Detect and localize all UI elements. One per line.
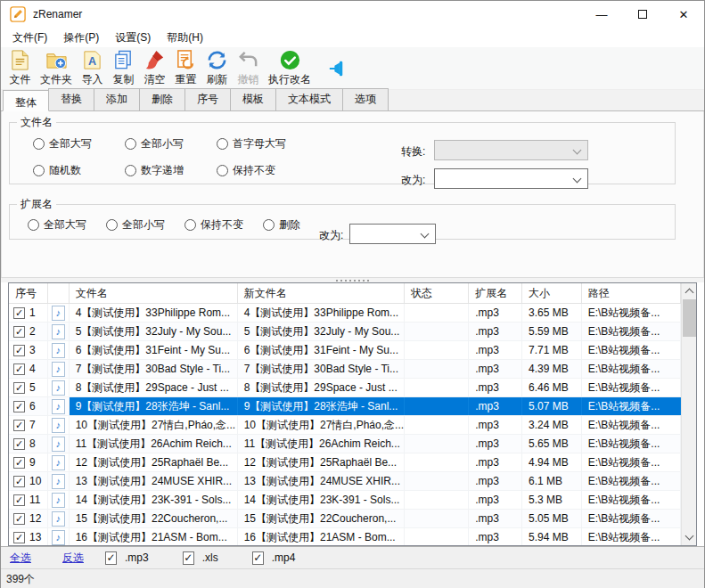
extension-radio-保持不变[interactable]: 保持不变 — [184, 217, 263, 233]
file-table: 序号文件名新文件名状态扩展名大小路径 ✓1♪4【测试使用】33Philippe … — [8, 282, 697, 546]
table-header-row: 序号文件名新文件名状态扩展名大小路径 — [9, 283, 681, 304]
filename-radio-随机数[interactable]: 随机数 — [33, 163, 125, 178]
tab-序号[interactable]: 序号 — [184, 88, 231, 110]
filename-radio-全部大写[interactable]: 全部大写 — [33, 136, 125, 151]
scroll-up-icon[interactable] — [682, 283, 697, 298]
table-row[interactable]: ✓8♪11【测试使用】26Achim Reich...11【测试使用】26Ach… — [9, 435, 681, 453]
tab-整体[interactable]: 整体 — [3, 90, 49, 111]
vertical-scrollbar[interactable] — [681, 283, 696, 545]
table-row[interactable]: ✓11♪14【测试使用】23K-391 - Sols...14【测试使用】23K… — [9, 491, 681, 510]
filter-checkbox[interactable]: ✓ — [183, 551, 194, 565]
execute-rename-icon — [279, 49, 301, 71]
menu-item-p[interactable]: 操作(P) — [55, 29, 107, 47]
filter-mp3[interactable]: ✓.mp3 — [105, 551, 149, 565]
toolbar-button-copy[interactable]: 复制 — [108, 48, 139, 89]
scrollbar-thumb[interactable] — [683, 299, 696, 337]
toolbar-button-file[interactable]: 文件 — [4, 48, 36, 89]
row-status-cell — [405, 491, 470, 509]
menu-item-h[interactable]: 帮助(H) — [159, 29, 211, 47]
row-checkbox[interactable]: ✓ — [13, 513, 25, 525]
row-newname-cell: 8【测试使用】29Space - Just ... — [238, 379, 405, 396]
row-seq-number: 1 — [29, 306, 36, 319]
column-header-路径[interactable]: 路径 — [582, 283, 681, 303]
pin-icon[interactable] — [328, 58, 349, 79]
tab-选项[interactable]: 选项 — [342, 88, 389, 110]
table-row[interactable]: ✓3♪6【测试使用】31Feint - My Su...6【测试使用】31Fei… — [9, 341, 681, 360]
filename-radio-保持不变[interactable]: 保持不变 — [217, 163, 308, 178]
row-checkbox[interactable]: ✓ — [13, 326, 25, 338]
toolbar-button-clear-brush[interactable]: 清空 — [139, 48, 170, 89]
column-header-状态[interactable]: 状态 — [405, 283, 470, 303]
row-checkbox[interactable]: ✓ — [13, 382, 25, 394]
copy-icon — [112, 49, 135, 71]
table-row[interactable]: ✓6♪9【测试使用】28张浩坤 - Sanl...9【测试使用】28张浩坤 - … — [9, 397, 681, 416]
table-row[interactable]: ✓9♪12【测试使用】25Raphaël Be...12【测试使用】25Raph… — [9, 453, 681, 472]
row-newname-cell: 16【测试使用】21ASM - Bom... — [238, 528, 405, 545]
column-header-序号[interactable]: 序号 — [9, 283, 48, 303]
row-checkbox[interactable]: ✓ — [13, 363, 25, 375]
row-checkbox[interactable]: ✓ — [13, 532, 25, 543]
toolbar-button-import[interactable]: A导入 — [77, 48, 108, 89]
toolbar-button-refresh[interactable]: 刷新 — [201, 48, 233, 89]
row-size-cell: 4.39 MB — [522, 360, 582, 378]
maximize-button[interactable] — [622, 1, 663, 28]
menu-item-f[interactable]: 文件(F) — [4, 29, 55, 47]
toolbar-button-folder-add[interactable]: 文件夹 — [36, 48, 77, 89]
invert-select-link[interactable]: 反选 — [62, 551, 84, 566]
row-filename-cell: 6【测试使用】31Feint - My Su... — [70, 341, 238, 359]
row-checkbox[interactable]: ✓ — [13, 494, 25, 506]
table-row[interactable]: ✓12♪15【测试使用】22Coucheron,...15【测试使用】22Cou… — [9, 510, 681, 528]
tab-替换[interactable]: 替换 — [48, 88, 94, 110]
close-button[interactable]: ✕ — [663, 1, 704, 28]
filename-radio-首字母大写[interactable]: 首字母大写 — [217, 136, 308, 151]
column-header-扩展名[interactable]: 扩展名 — [469, 283, 522, 303]
column-header-新文件名[interactable]: 新文件名 — [238, 283, 405, 303]
table-row[interactable]: ✓1♪4【测试使用】33Philippe Rom...4【测试使用】33Phil… — [9, 304, 681, 323]
filter-checkbox[interactable]: ✓ — [252, 551, 264, 565]
extension-change-select[interactable] — [349, 224, 436, 244]
column-header-文件名[interactable]: 文件名 — [70, 283, 238, 303]
tab-删除[interactable]: 删除 — [139, 88, 185, 110]
row-path-cell: E:\B站视频备... — [582, 510, 681, 527]
tab-添加[interactable]: 添加 — [94, 88, 140, 110]
row-icon-cell: ♪ — [48, 323, 70, 340]
table-row[interactable]: ✓10♪13【测试使用】24MUSE XHIR...13【测试使用】24MUSE… — [9, 472, 681, 491]
tab-文本模式[interactable]: 文本模式 — [275, 88, 343, 110]
menu-item-s[interactable]: 设置(S) — [107, 29, 159, 47]
table-row[interactable]: ✓13♪16【测试使用】21ASM - Bom...16【测试使用】21ASM … — [9, 528, 681, 545]
tab-模板[interactable]: 模板 — [230, 88, 276, 110]
music-file-icon: ♪ — [52, 380, 65, 396]
scroll-down-icon[interactable] — [682, 530, 697, 545]
table-row[interactable]: ✓2♪5【测试使用】32July - My Sou...5【测试使用】32Jul… — [9, 323, 681, 341]
row-path-cell: E:\B站视频备... — [582, 379, 681, 396]
filename-group-legend: 文件名 — [17, 115, 56, 130]
table-row[interactable]: ✓5♪8【测试使用】29Space - Just ...8【测试使用】29Spa… — [9, 379, 681, 397]
filter-xls[interactable]: ✓.xls — [183, 551, 218, 565]
table-row[interactable]: ✓7♪10【测试使用】27情白,Pháo,念...10【测试使用】27情白,Ph… — [9, 416, 681, 435]
table-row[interactable]: ✓4♪7【测试使用】30Bad Style - Ti...7【测试使用】30Ba… — [9, 360, 681, 379]
column-header-大小[interactable]: 大小 — [522, 283, 582, 303]
toolbar-button-reset[interactable]: 重置 — [170, 48, 201, 89]
filter-mp4[interactable]: ✓.mp4 — [252, 551, 296, 565]
filename-change-select[interactable] — [434, 168, 588, 189]
extension-radio-全部大写[interactable]: 全部大写 — [28, 217, 106, 233]
convert-select[interactable] — [434, 140, 588, 160]
row-ext-cell: .mp3 — [469, 360, 522, 378]
row-checkbox[interactable]: ✓ — [13, 307, 25, 319]
column-header-icon[interactable] — [48, 283, 70, 303]
filename-radio-全部小写[interactable]: 全部小写 — [125, 136, 217, 151]
row-checkbox[interactable]: ✓ — [13, 438, 25, 450]
row-checkbox[interactable]: ✓ — [13, 420, 25, 431]
filename-radio-数字递增[interactable]: 数字递增 — [125, 163, 217, 178]
row-checkbox[interactable]: ✓ — [13, 345, 25, 356]
minimize-button[interactable]: — — [581, 1, 622, 28]
toolbar-button-execute-rename[interactable]: 执行改名 — [264, 48, 316, 89]
extension-radio-全部小写[interactable]: 全部小写 — [106, 217, 184, 233]
filter-checkbox[interactable]: ✓ — [105, 551, 117, 565]
row-checkbox[interactable]: ✓ — [13, 401, 25, 412]
row-checkbox[interactable]: ✓ — [13, 457, 25, 469]
row-checkbox[interactable]: ✓ — [13, 476, 25, 487]
row-ext-cell: .mp3 — [469, 397, 522, 415]
app-window: zRenamer — ✕ 文件(F)操作(P)设置(S)帮助(H) 文件文件夹A… — [0, 0, 705, 588]
select-all-link[interactable]: 全选 — [10, 551, 31, 566]
